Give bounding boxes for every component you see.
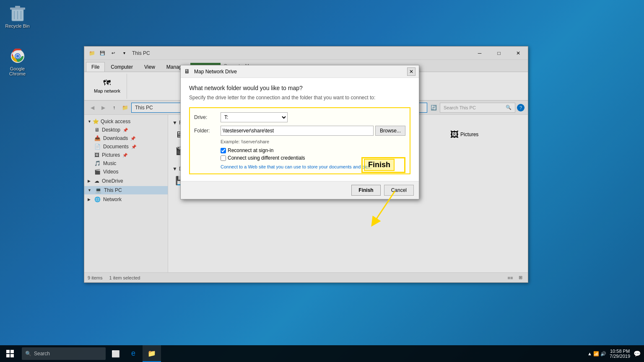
- drive-label: Drive:: [194, 114, 217, 120]
- form-drive-row: Drive: T: U: V:: [194, 112, 405, 122]
- form-folder-row: Folder: Browse...: [194, 126, 405, 136]
- dialog-heading: What network folder would you like to ma…: [189, 85, 410, 91]
- cancel-button[interactable]: Cancel: [384, 185, 414, 196]
- map-network-drive-dialog: 🖥 Map Network Drive ✕ What network folde…: [180, 65, 419, 199]
- taskbar-apps: e 📁: [124, 345, 161, 362]
- reconnect-checkbox[interactable]: [221, 148, 226, 153]
- form-example: Example: \\server\share: [221, 139, 405, 144]
- diff-creds-label: Connect using different credentials: [228, 155, 305, 161]
- dialog-title-text: Map Network Drive: [194, 69, 407, 75]
- dialog-footer: Finish Cancel: [181, 181, 419, 199]
- svg-rect-12: [10, 350, 14, 353]
- svg-rect-13: [6, 354, 10, 357]
- edge-icon: e: [131, 349, 135, 358]
- taskbar-right: ▲ 📶 🔊 10:58 PM 7/29/2019 💬: [587, 349, 644, 359]
- clock-date: 7/29/2019: [610, 354, 630, 359]
- folder-label: Folder:: [194, 128, 217, 134]
- search-icon-taskbar: 🔍: [25, 351, 31, 357]
- dialog-form: Drive: T: U: V: Folder: Browse... Examp: [189, 107, 410, 174]
- browse-button[interactable]: Browse...: [375, 126, 405, 136]
- start-button[interactable]: [0, 345, 20, 362]
- taskbar-file-explorer[interactable]: 📁: [143, 345, 161, 362]
- dialog-description: Specify the drive letter for the connect…: [189, 95, 410, 101]
- search-label: Search: [34, 351, 50, 357]
- drive-select[interactable]: T: U: V:: [221, 112, 288, 122]
- folder-input[interactable]: [221, 126, 374, 136]
- reconnect-label: Reconnect at sign-in: [228, 147, 273, 153]
- taskbar-clock[interactable]: 10:58 PM 7/29/2019: [610, 349, 630, 359]
- dialog-close-button[interactable]: ✕: [407, 67, 415, 76]
- system-tray-icons: ▲ 📶 🔊: [587, 351, 606, 357]
- diff-creds-checkbox[interactable]: [221, 155, 226, 161]
- file-explorer-taskbar-icon: 📁: [148, 349, 156, 357]
- notifications-icon[interactable]: 💬: [634, 350, 641, 357]
- reconnect-row: Reconnect at sign-in: [221, 147, 405, 153]
- dialog-title-icon: 🖥: [184, 68, 192, 75]
- svg-rect-11: [6, 350, 10, 353]
- diff-creds-row: Connect using different credentials: [221, 155, 405, 161]
- web-site-link[interactable]: Connect to a Web site that you can use t…: [221, 164, 405, 169]
- task-view-button[interactable]: ⬜: [107, 345, 124, 362]
- svg-rect-14: [10, 354, 14, 357]
- desktop: Recycle Bin Google Chrome 📁 💾 ↩: [0, 0, 644, 362]
- clock-time: 10:58 PM: [610, 349, 630, 354]
- taskbar-edge[interactable]: e: [124, 345, 143, 362]
- folder-input-wrap: Browse...: [221, 126, 405, 136]
- web-site-link-text: Connect to a Web site that you can use t…: [221, 164, 372, 169]
- dialog-title-bar: 🖥 Map Network Drive ✕: [181, 65, 419, 78]
- finish-button[interactable]: Finish: [351, 185, 380, 196]
- taskbar-search[interactable]: 🔍 Search: [22, 347, 106, 360]
- dialog-body: What network folder would you like to ma…: [181, 78, 419, 181]
- taskbar: 🔍 Search ⬜ e 📁 ▲ 📶 🔊 10:58 PM 7/29/2019 …: [0, 345, 644, 362]
